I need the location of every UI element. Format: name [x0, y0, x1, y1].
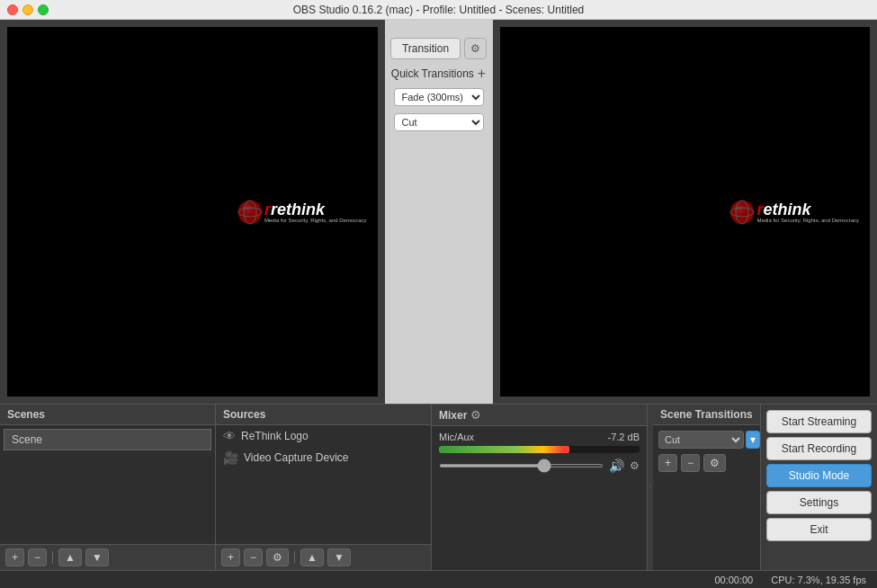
- scene-trans-select-row: Cut Fade Fade (300ms) ▾: [658, 431, 755, 449]
- mixer-volume-slider[interactable]: [439, 464, 604, 468]
- start-recording-button[interactable]: Start Recording: [766, 437, 872, 460]
- transition-panel: Transition ⚙ Quick Transitions + Fade (3…: [385, 20, 493, 404]
- fade-transition-select[interactable]: Fade (300ms): [394, 88, 484, 106]
- right-rethink-text: rethink Media for Security, Rights, and …: [756, 201, 859, 223]
- transition-gear-button[interactable]: ⚙: [464, 38, 487, 59]
- right-rethink-main: rethink Media for Security, Rights, and …: [729, 200, 859, 225]
- mixer-header-label: Mixer: [439, 409, 467, 422]
- scenes-header: Scenes: [0, 405, 215, 425]
- scenes-content: Scene: [0, 425, 215, 544]
- mixer-bar-container: [439, 446, 640, 453]
- sources-panel: Sources 👁 ReThink Logo 🎥 Video Capture D…: [216, 405, 432, 570]
- mixer-settings-button[interactable]: ⚙: [630, 459, 640, 472]
- mixer-mute-button[interactable]: 🔊: [609, 459, 624, 473]
- close-button[interactable]: [7, 4, 18, 15]
- scene-trans-dropdown-button[interactable]: ▾: [746, 431, 760, 449]
- source-settings-button[interactable]: ⚙: [266, 548, 289, 566]
- rethink-r: r: [264, 200, 271, 218]
- source-item-video-capture[interactable]: 🎥 Video Capture Device: [216, 447, 431, 468]
- preview-area: rrethink Media for Security, Rights, and…: [0, 20, 877, 404]
- sources-content: 👁 ReThink Logo 🎥 Video Capture Device: [216, 425, 431, 544]
- left-rethink-main: rrethink Media for Security, Rights, and…: [237, 200, 367, 225]
- right-rethink-tagline: Media for Security, Rights, and Democrac…: [756, 218, 859, 223]
- status-cpu: CPU: 7.3%, 19.35 fps: [771, 575, 866, 585]
- main-content: rrethink Media for Security, Rights, and…: [0, 20, 877, 588]
- bottom-panels: Scenes Scene + − ▲ ▼ Sources 👁 ReThink L…: [0, 404, 877, 570]
- left-rethink-logo: rrethink Media for Security, Rights, and…: [237, 200, 367, 225]
- right-rethink-logo: rethink Media for Security, Rights, and …: [729, 200, 859, 225]
- scene-transitions-header: Scene Transitions: [653, 405, 760, 425]
- add-scene-button[interactable]: +: [5, 548, 24, 566]
- right-rethink-badge: rethink Media for Security, Rights, and …: [729, 200, 859, 225]
- scenes-panel: Scenes Scene + − ▲ ▼: [0, 405, 216, 570]
- rethink-logo-source-icon: 👁: [223, 429, 236, 443]
- trans-add-row: + − ⚙: [658, 454, 755, 472]
- move-source-down-button[interactable]: ▼: [327, 548, 351, 566]
- mixer-item-db: -7.2 dB: [608, 432, 640, 442]
- left-rethink-text: rrethink Media for Security, Rights, and…: [264, 201, 367, 223]
- mixer-item-micaux: Mic/Aux -7.2 dB 🔊 ⚙: [432, 426, 647, 478]
- video-capture-source-icon: 🎥: [223, 450, 238, 465]
- rethink-tagline: Media for Security, Rights, and Democrac…: [264, 218, 367, 223]
- transition-button[interactable]: Transition: [390, 38, 461, 59]
- right-rethink-sphere-icon: [729, 200, 755, 225]
- settings-button[interactable]: Settings: [766, 491, 872, 514]
- status-bar: 00:00:00 CPU: 7.3%, 19.35 fps: [0, 570, 877, 588]
- left-rethink-badge: rrethink Media for Security, Rights, and…: [237, 200, 367, 225]
- quick-transitions-row: Quick Transitions +: [391, 67, 486, 81]
- move-scene-down-button[interactable]: ▼: [85, 548, 109, 566]
- right-rethink-rest: ethink: [763, 200, 810, 218]
- right-preview-black: rethink Media for Security, Rights, and …: [500, 27, 871, 396]
- exit-button[interactable]: Exit: [766, 518, 872, 541]
- scene-transitions-select[interactable]: Cut Fade Fade (300ms): [658, 431, 744, 449]
- start-streaming-button[interactable]: Start Streaming: [766, 410, 872, 433]
- mixer-gear-button[interactable]: ⚙: [470, 408, 481, 422]
- titlebar: OBS Studio 0.16.2 (mac) - Profile: Untit…: [0, 0, 877, 20]
- svg-point-7: [730, 200, 754, 224]
- move-source-up-button[interactable]: ▲: [300, 548, 324, 566]
- rethink-sphere-icon: [237, 200, 263, 225]
- add-scene-trans-button[interactable]: +: [658, 454, 677, 472]
- source-item-rethink-logo[interactable]: 👁 ReThink Logo: [216, 425, 431, 447]
- controls-panel: Start Streaming Start Recording Studio M…: [761, 405, 877, 570]
- mixer-item-name: Mic/Aux: [439, 432, 474, 442]
- add-source-button[interactable]: +: [221, 548, 240, 566]
- scenes-toolbar: + − ▲ ▼: [0, 544, 215, 570]
- remove-source-button[interactable]: −: [244, 548, 263, 566]
- minimize-button[interactable]: [22, 4, 33, 15]
- mixer-slider-row: 🔊 ⚙: [439, 459, 640, 473]
- status-time: 00:00:00: [714, 575, 753, 585]
- remove-scene-trans-button[interactable]: −: [681, 454, 700, 472]
- sources-toolbar-sep: [294, 551, 295, 564]
- scene-transitions-panel: Scene Transitions Cut Fade Fade (300ms) …: [653, 405, 761, 570]
- mixer-label-row: Mic/Aux -7.2 dB: [439, 432, 640, 442]
- rethink-logo-source-label: ReThink Logo: [241, 430, 309, 442]
- scenes-toolbar-sep: [52, 551, 53, 564]
- left-preview: rrethink Media for Security, Rights, and…: [7, 27, 378, 396]
- right-preview: rethink Media for Security, Rights, and …: [500, 27, 871, 396]
- scene-trans-config-button[interactable]: ⚙: [703, 454, 726, 472]
- cut-transition-select[interactable]: Cut: [394, 113, 484, 131]
- sources-toolbar: + − ⚙ ▲ ▼: [216, 544, 431, 570]
- left-preview-black: rrethink Media for Security, Rights, and…: [7, 27, 378, 396]
- transition-btn-row: Transition ⚙: [390, 38, 487, 59]
- scene-item[interactable]: Scene: [4, 429, 211, 450]
- mixer-header: Mixer ⚙: [432, 405, 647, 426]
- mixer-bar: [439, 446, 569, 453]
- studio-mode-button[interactable]: Studio Mode: [766, 464, 872, 487]
- svg-point-3: [238, 200, 262, 224]
- maximize-button[interactable]: [38, 4, 49, 15]
- mixer-panel: Mixer ⚙ Mic/Aux -7.2 dB 🔊 ⚙: [432, 405, 648, 570]
- window-title: OBS Studio 0.16.2 (mac) - Profile: Untit…: [293, 4, 584, 16]
- move-scene-up-button[interactable]: ▲: [58, 548, 82, 566]
- scene-trans-content: Cut Fade Fade (300ms) ▾ + − ⚙: [653, 425, 760, 570]
- quick-transitions-label: Quick Transitions: [391, 67, 474, 80]
- right-rethink-r: r: [756, 200, 763, 218]
- traffic-lights: [7, 4, 49, 15]
- add-quick-transition-button[interactable]: +: [478, 67, 486, 81]
- remove-scene-button[interactable]: −: [28, 548, 47, 566]
- sources-header: Sources: [216, 405, 431, 425]
- mixer-content: Mic/Aux -7.2 dB 🔊 ⚙: [432, 426, 647, 570]
- rethink-rest: rethink: [271, 200, 325, 218]
- video-capture-source-label: Video Capture Device: [244, 451, 349, 464]
